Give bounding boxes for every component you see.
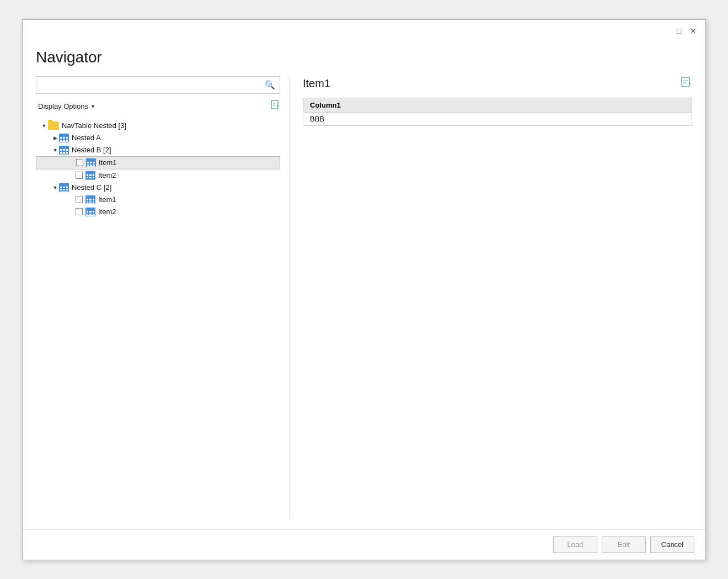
search-input[interactable] bbox=[36, 81, 260, 89]
cancel-button[interactable]: Cancel bbox=[650, 536, 694, 553]
expand-icon-nested-b: ▼ bbox=[51, 147, 59, 153]
navigator-window: □ ✕ Navigator 🔍 Display Options ▾ bbox=[22, 19, 706, 560]
left-panel: 🔍 Display Options ▾ bbox=[36, 76, 290, 520]
maximize-button[interactable]: □ bbox=[672, 24, 686, 38]
nav-refresh-icon[interactable] bbox=[269, 99, 280, 113]
table-icon-c-item1 bbox=[85, 195, 95, 204]
display-options-button[interactable]: Display Options ▾ bbox=[36, 101, 97, 111]
nested-b-label: Nested B [2] bbox=[72, 146, 111, 154]
tree-item-nested-c[interactable]: ▼ bbox=[36, 182, 280, 194]
window-title: Navigator bbox=[36, 49, 692, 66]
checkbox-item2[interactable] bbox=[76, 172, 83, 179]
nested-b-item1-label: Item1 bbox=[99, 158, 117, 167]
tree-item-nested-a[interactable]: ▶ bbox=[36, 132, 280, 144]
preview-title-row: Item1 bbox=[303, 76, 692, 91]
checkbox-c-item1[interactable] bbox=[76, 196, 83, 203]
collapse-icon: ▼ bbox=[40, 123, 48, 129]
table-icon-nested-b bbox=[59, 146, 69, 155]
display-options-label: Display Options bbox=[38, 102, 88, 110]
preview-table: Column1 BBB bbox=[303, 98, 692, 126]
preview-title: Item1 bbox=[303, 77, 330, 90]
tree-item-nested-b-item1[interactable]: Item1 bbox=[36, 156, 280, 169]
content-area: Navigator 🔍 Display Options ▾ bbox=[23, 40, 705, 529]
nested-c-item2-label: Item2 bbox=[98, 208, 116, 216]
svg-rect-1 bbox=[682, 77, 689, 87]
root-label: NavTable Nested [3] bbox=[62, 121, 126, 130]
nested-b-item2-label: Item2 bbox=[98, 171, 116, 179]
title-bar: □ ✕ bbox=[23, 20, 705, 40]
table-icon-item2 bbox=[85, 171, 95, 180]
nested-a-label: Nested A bbox=[72, 134, 101, 142]
nested-c-label: Nested C [2] bbox=[72, 183, 111, 192]
load-button[interactable]: Load bbox=[553, 536, 597, 553]
preview-table-row: BBB bbox=[303, 112, 692, 125]
tree-item-nested-c-item2[interactable]: Item2 bbox=[36, 206, 280, 218]
preview-nav-icon[interactable] bbox=[680, 76, 692, 91]
close-button[interactable]: ✕ bbox=[687, 24, 700, 38]
table-icon-nested-c bbox=[59, 183, 69, 192]
tree-container: ▼ NavTable Nested [3] ▶ bbox=[36, 120, 280, 520]
preview-column-header: Column1 bbox=[303, 98, 692, 112]
edit-button[interactable]: Edit bbox=[602, 536, 646, 553]
tree-item-nested-b[interactable]: ▼ bbox=[36, 144, 280, 156]
table-icon-item1 bbox=[86, 158, 96, 167]
table-icon-c-item2 bbox=[85, 208, 95, 216]
display-options-row: Display Options ▾ bbox=[36, 99, 280, 113]
table-icon-nested-a bbox=[59, 134, 69, 142]
search-row: 🔍 bbox=[36, 76, 280, 94]
chevron-down-icon: ▾ bbox=[92, 103, 94, 109]
expand-icon-nested-a: ▶ bbox=[51, 135, 59, 141]
checkbox-c-item2[interactable] bbox=[76, 208, 83, 215]
checkbox-item1[interactable] bbox=[76, 159, 83, 166]
tree-item-nested-c-item1[interactable]: Item1 bbox=[36, 194, 280, 206]
nested-c-item1-label: Item1 bbox=[98, 195, 116, 204]
tree-root[interactable]: ▼ NavTable Nested [3] bbox=[36, 120, 280, 132]
folder-icon bbox=[48, 121, 59, 130]
expand-icon-nested-c: ▼ bbox=[51, 185, 59, 190]
tree-item-nested-b-item2[interactable]: Item2 bbox=[36, 169, 280, 182]
search-icon[interactable]: 🔍 bbox=[260, 80, 280, 90]
bottom-bar: Load Edit Cancel bbox=[23, 529, 705, 560]
preview-cell-bbb: BBB bbox=[303, 112, 692, 125]
svg-rect-0 bbox=[271, 100, 278, 109]
right-panel: Item1 Column1 bbox=[290, 76, 692, 520]
main-body: 🔍 Display Options ▾ bbox=[36, 76, 692, 520]
